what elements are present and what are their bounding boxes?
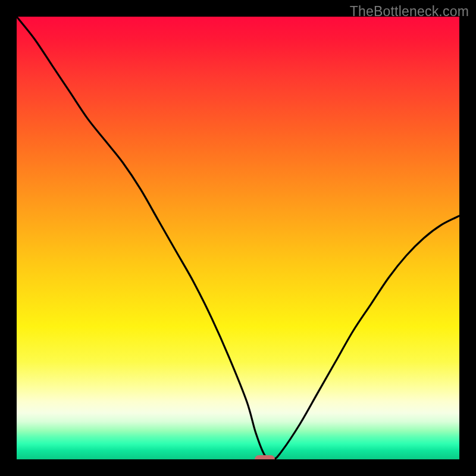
bottleneck-curve xyxy=(17,17,459,459)
plot-area xyxy=(17,17,459,459)
curve-svg xyxy=(17,17,459,459)
optimum-marker xyxy=(255,455,275,459)
chart-frame: TheBottleneck.com xyxy=(0,0,476,476)
watermark-text: TheBottleneck.com xyxy=(350,4,469,20)
